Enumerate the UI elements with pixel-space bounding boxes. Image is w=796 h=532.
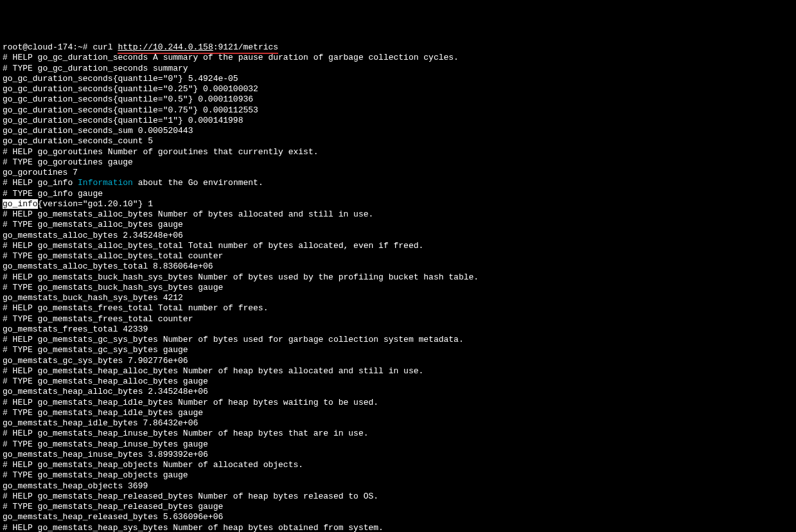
output-line: # HELP go_memstats_buck_hash_sys_bytes N…: [3, 272, 479, 282]
output-line: go_memstats_heap_alloc_bytes 2.345248e+0…: [3, 387, 208, 396]
output-line: # HELP go_info: [3, 178, 78, 188]
output-line: # HELP go_memstats_alloc_bytes Number of…: [3, 209, 373, 219]
url-host: http://10.244.0.158: [118, 42, 213, 52]
output-line: go_memstats_heap_idle_bytes 7.86432e+06: [3, 418, 198, 428]
output-line: # TYPE go_goroutines gauge: [3, 157, 133, 167]
output-line: # HELP go_memstats_alloc_bytes_total Tot…: [3, 241, 423, 251]
output-line: # HELP go_memstats_frees_total Total num…: [3, 303, 268, 313]
output-line: go_memstats_buck_hash_sys_bytes 4212: [3, 293, 183, 303]
output-line: go_gc_duration_seconds{quantile="0.5"} 0…: [3, 94, 253, 104]
output-line: # HELP go_memstats_heap_released_bytes N…: [3, 492, 378, 501]
output-line: # HELP go_gc_duration_seconds A summary …: [3, 53, 459, 62]
output-line: go_gc_duration_seconds_sum 0.000520443: [3, 126, 193, 136]
output-line: # TYPE go_memstats_alloc_bytes gauge: [3, 220, 183, 229]
output-line: # TYPE go_memstats_gc_sys_bytes gauge: [3, 345, 188, 355]
output-line: # HELP go_goroutines Number of goroutine…: [3, 147, 318, 157]
output-line: {version="go1.20.10"} 1: [38, 199, 153, 209]
output-line: go_goroutines 7: [3, 168, 78, 177]
output-line: # HELP go_memstats_gc_sys_bytes Number o…: [3, 335, 464, 344]
output-line: go_gc_duration_seconds{quantile="0.25"} …: [3, 84, 258, 94]
command-text: curl: [93, 42, 118, 52]
output-line: # TYPE go_memstats_heap_alloc_bytes gaug…: [3, 377, 208, 386]
output-line: go_memstats_alloc_bytes_total 8.836064e+…: [3, 262, 213, 271]
output-line: # TYPE go_memstats_frees_total counter: [3, 314, 193, 324]
output-line: # TYPE go_memstats_heap_idle_bytes gauge: [3, 408, 203, 418]
output-line: # HELP go_memstats_heap_inuse_bytes Numb…: [3, 429, 369, 438]
output-line: # HELP go_memstats_heap_alloc_bytes Numb…: [3, 366, 423, 376]
url-port-path: :9121/metrics: [213, 42, 278, 52]
output-line: go_memstats_frees_total 42339: [3, 324, 148, 334]
output-line: go_gc_duration_seconds_count 5: [3, 136, 153, 146]
output-line: go_gc_duration_seconds{quantile="0.75"} …: [3, 105, 258, 115]
output-line: # TYPE go_memstats_buck_hash_sys_bytes g…: [3, 283, 223, 292]
output-line: go_memstats_heap_objects 3699: [3, 481, 148, 491]
output-line: # TYPE go_memstats_alloc_bytes_total cou…: [3, 251, 223, 261]
selected-text: go_info: [3, 199, 38, 209]
output-line: go_memstats_heap_released_bytes 5.636096…: [3, 512, 223, 522]
output-line: # HELP go_memstats_heap_sys_bytes Number…: [3, 523, 384, 533]
highlighted-word: Information: [78, 178, 133, 188]
output-line: # TYPE go_info gauge: [3, 189, 103, 199]
output-line: # HELP go_memstats_heap_objects Number o…: [3, 460, 303, 470]
shell-prompt: root@cloud-174:~#: [3, 42, 93, 52]
output-line: # TYPE go_memstats_heap_objects gauge: [3, 470, 188, 480]
output-line: go_gc_duration_seconds{quantile="1"} 0.0…: [3, 116, 243, 125]
output-line: # TYPE go_memstats_heap_released_bytes g…: [3, 502, 223, 511]
output-line: go_memstats_alloc_bytes 2.345248e+06: [3, 231, 183, 240]
terminal-output[interactable]: root@cloud-174:~# curl http://10.244.0.1…: [3, 42, 793, 532]
output-line: go_memstats_heap_inuse_bytes 3.899392e+0…: [3, 450, 208, 459]
output-line: about the Go environment.: [133, 178, 263, 188]
url-annotation: http://10.244.0.158:9121/metrics: [118, 42, 278, 53]
output-line: # TYPE go_gc_duration_seconds summary: [3, 64, 188, 73]
output-line: go_memstats_gc_sys_bytes 7.902776e+06: [3, 356, 188, 366]
output-line: # HELP go_memstats_heap_idle_bytes Numbe…: [3, 398, 378, 407]
output-line: # TYPE go_memstats_heap_inuse_bytes gaug…: [3, 439, 208, 449]
output-line: go_gc_duration_seconds{quantile="0"} 5.4…: [3, 74, 238, 84]
